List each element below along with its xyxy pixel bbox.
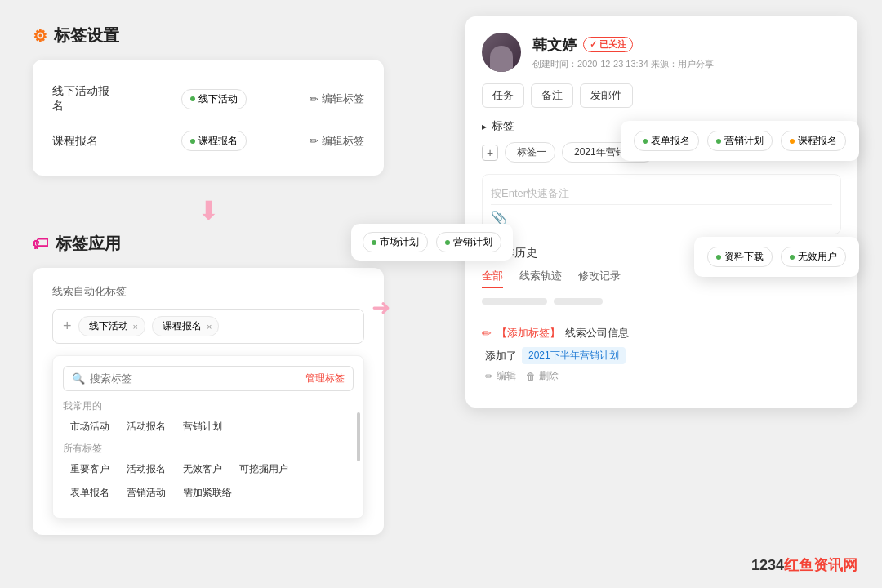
pencil-icon: ✏	[485, 371, 493, 382]
history-action-text: 线索公司信息	[565, 326, 629, 341]
edit-tag-offline-btn[interactable]: ✏ 编辑标签	[310, 91, 364, 106]
watermark: 1234红鱼资讯网	[751, 555, 858, 575]
all-tag-1[interactable]: 重要客户	[63, 461, 114, 478]
profile-header: 韩文婷 ✓ 已关注 创建时间：2020-12-23 13:34 来源：用户分享	[482, 33, 841, 72]
frequent-group-title: 我常用的	[63, 399, 354, 413]
floating-market-dropdown: 市场计划 营销计划	[351, 224, 513, 261]
float2-tag-1: 资料下载	[707, 247, 773, 267]
float1-tag-2: 营销计划	[707, 131, 773, 151]
tag-row-offline-label: 线下活动报名	[52, 84, 118, 114]
dot-icon	[445, 240, 450, 245]
chip-course-text: 课程报名	[163, 319, 202, 333]
frequent-tag-1[interactable]: 市场活动	[63, 418, 114, 435]
dot-icon	[790, 139, 795, 144]
market-tag-text: 市场计划	[380, 235, 419, 249]
tag-application-section-title: 🏷 标签应用	[33, 233, 384, 255]
checkmark-icon: ✓	[590, 39, 597, 50]
crm-tag-1: 标签一	[505, 142, 555, 163]
add-tag-btn[interactable]: +	[63, 318, 72, 335]
profile-meta: 创建时间：2020-12-23 13:34 来源：用户分享	[532, 58, 841, 70]
marketing-tag: 营销计划	[436, 232, 501, 252]
tag-row-course-label: 课程报名	[52, 134, 118, 149]
float1-tag-3: 课程报名	[781, 131, 846, 151]
note-area: 按Enter快速备注 📎	[482, 174, 841, 234]
frequent-tags-row: 市场活动 活动报名 营销计划	[63, 418, 354, 435]
search-input[interactable]	[90, 372, 301, 385]
all-tag-4[interactable]: 可挖掘用户	[232, 461, 293, 478]
history-item-header: ✏ 【添加标签】 线索公司信息	[482, 326, 841, 341]
floating-dropdown-2: 资料下载 无效用户	[694, 237, 859, 277]
tag-dropdown: 🔍 管理标签 我常用的 市场活动 活动报名	[52, 355, 364, 519]
skeleton-bar	[554, 298, 603, 305]
watermark-number: 1234	[751, 557, 784, 573]
dot-icon	[790, 255, 795, 260]
tab-task[interactable]: 任务	[482, 83, 524, 108]
history-item-footer: ✏ 编辑 🗑 删除	[485, 369, 841, 383]
search-icon: 🔍	[72, 372, 85, 385]
all-tag-2[interactable]: 活动报名	[119, 461, 171, 478]
chip-close-btn[interactable]: ×	[133, 322, 138, 332]
market-tag: 市场计划	[363, 232, 428, 252]
history-detail: 添加了 2021下半年营销计划	[485, 347, 841, 364]
watermark-brand: 红鱼资讯网	[784, 557, 858, 573]
auto-tag-card: 线索自动化标签 + 线下活动 × 课程报名 × 🔍	[33, 268, 384, 535]
profile-name-row: 韩文婷 ✓ 已关注	[532, 35, 841, 55]
arrow-right-icon: ➜	[372, 294, 390, 321]
marketing-tag-text: 营销计划	[453, 235, 492, 249]
chevron-icon: ▸	[482, 121, 487, 132]
edit-tag-course-btn[interactable]: ✏ 编辑标签	[310, 134, 364, 149]
tag-chip-course: 课程报名 ×	[152, 316, 219, 336]
history-tab-track[interactable]: 线索轨迹	[519, 269, 562, 288]
tab-email[interactable]: 发邮件	[580, 83, 633, 108]
tag-badge-course-text: 课程报名	[198, 134, 238, 148]
all-group-title: 所有标签	[63, 442, 354, 456]
chip-close-btn[interactable]: ×	[207, 322, 212, 332]
dot-icon	[643, 139, 648, 144]
follow-badge[interactable]: ✓ 已关注	[583, 37, 633, 52]
search-row[interactable]: 🔍 管理标签	[63, 366, 354, 391]
avatar-silhouette	[490, 46, 513, 72]
history-tab-all[interactable]: 全部	[482, 269, 503, 288]
tag-badge-offline-text: 线下活动	[198, 92, 238, 106]
edit-history-btn[interactable]: ✏ 编辑	[485, 369, 516, 383]
tag-input-row[interactable]: + 线下活动 × 课程报名 ×	[52, 309, 364, 344]
pencil-icon: ✏	[310, 93, 318, 105]
tag-icon: 🏷	[33, 234, 49, 253]
tag-chip-offline: 线下活动 ×	[78, 316, 145, 336]
all-tag-7[interactable]: 需加紧联络	[176, 484, 237, 501]
tab-note[interactable]: 备注	[531, 83, 573, 108]
history-action-link[interactable]: 【添加标签】	[497, 326, 560, 341]
tag-application-title: 标签应用	[56, 233, 121, 255]
pencil-icon: ✏	[310, 135, 318, 147]
all-tag-3[interactable]: 无效客户	[176, 461, 227, 478]
history-item: ✏ 【添加标签】 线索公司信息 添加了 2021下半年营销计划 ✏ 编辑	[482, 318, 841, 391]
note-toolbar: 📎	[491, 204, 832, 225]
tag-settings-title: 标签设置	[54, 24, 119, 47]
added-label: 添加了	[485, 349, 517, 363]
auto-tag-label: 线索自动化标签	[52, 284, 364, 299]
crm-add-tag-btn[interactable]: +	[482, 145, 498, 161]
chip-offline-text: 线下活动	[89, 319, 128, 333]
tag-settings-section-title: ⚙ 标签设置	[33, 24, 384, 47]
all-tag-6[interactable]: 营销活动	[119, 484, 171, 501]
gear-icon: ⚙	[33, 26, 47, 46]
note-placeholder: 按Enter快速备注	[491, 183, 832, 204]
tag-row-course: 课程报名 课程报名 ✏ 编辑标签	[52, 122, 364, 159]
profile-name-text: 韩文婷	[532, 35, 577, 55]
manage-tags-link[interactable]: 管理标签	[305, 372, 345, 385]
all-tag-5[interactable]: 表单报名	[63, 484, 114, 501]
frequent-tag-3[interactable]: 营销计划	[176, 418, 227, 435]
float1-tag-1: 表单报名	[634, 131, 699, 151]
delete-history-btn[interactable]: 🗑 删除	[526, 369, 559, 383]
skeleton-bar	[482, 298, 547, 305]
edit-icon: ✏	[482, 327, 492, 340]
scrollbar[interactable]	[357, 412, 360, 461]
dot-icon	[190, 139, 195, 144]
frequent-tag-2[interactable]: 活动报名	[119, 418, 171, 435]
dot-icon	[190, 96, 195, 101]
history-skeleton	[482, 298, 841, 305]
dot-icon	[372, 240, 376, 245]
tag-row-offline: 线下活动报名 线下活动 ✏ 编辑标签	[52, 76, 364, 122]
attach-icon[interactable]: 📎	[491, 211, 507, 225]
history-tab-edit[interactable]: 修改记录	[578, 269, 621, 288]
